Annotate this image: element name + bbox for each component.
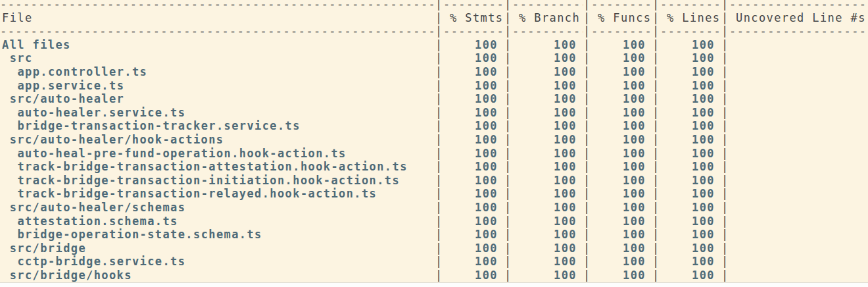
branch-value: 100 xyxy=(512,187,583,201)
table-top-border: ----------------------------------------… xyxy=(0,0,868,11)
funcs-value-cell: |100 xyxy=(583,228,652,242)
column-separator: | xyxy=(504,65,512,79)
branch-value: 100 xyxy=(512,255,583,269)
column-separator: | xyxy=(583,228,591,242)
lines-value-cell: |100 xyxy=(652,242,721,255)
column-separator: | xyxy=(721,65,729,79)
column-separator: | xyxy=(583,106,591,120)
dash-fill: ------------------------ xyxy=(729,0,868,11)
stmts-value-cell: |100 xyxy=(435,228,504,242)
funcs-value-cell: |100 xyxy=(583,38,652,52)
branch-value-cell: |100 xyxy=(504,119,583,133)
branch-value: 100 xyxy=(512,269,583,282)
stmts-value: 100 xyxy=(443,92,504,106)
funcs-value-cell: |100 xyxy=(583,160,652,174)
column-separator: | xyxy=(652,242,660,255)
branch-value-cell: |100 xyxy=(504,38,583,52)
column-separator: | xyxy=(721,24,729,38)
branch-value-cell: |100 xyxy=(504,106,583,120)
stmts-value-cell: |100 xyxy=(435,187,504,201)
terminal-window: ----------------------------------------… xyxy=(0,0,868,287)
column-separator: | xyxy=(504,242,512,255)
column-separator: | xyxy=(652,133,660,147)
uncovered-lines-value xyxy=(729,106,868,120)
column-separator: | xyxy=(721,255,729,269)
lines-value-cell: |100 xyxy=(652,119,721,133)
lines-value-cell: |100 xyxy=(652,201,721,215)
uncovered-lines-cell: | xyxy=(721,147,868,161)
column-separator: | xyxy=(721,51,729,65)
file-name: auto-healer.service.ts xyxy=(17,106,185,119)
column-separator: | xyxy=(583,255,591,269)
lines-value: 100 xyxy=(660,255,721,269)
branch-value-cell: |100 xyxy=(504,133,583,147)
stmts-value: 100 xyxy=(443,201,504,215)
branch-value-cell: |100 xyxy=(504,187,583,201)
column-separator: | xyxy=(721,79,729,93)
uncovered-lines-value xyxy=(729,147,868,161)
table-row: track-bridge-transaction-attestation.hoo… xyxy=(0,160,868,174)
file-name: src/bridge xyxy=(10,242,86,255)
uncovered-lines-value xyxy=(729,51,868,65)
stmts-value-cell: |100 xyxy=(435,133,504,147)
uncovered-lines-cell: | xyxy=(721,242,868,255)
column-separator: | xyxy=(435,106,443,120)
uncovered-lines-cell: | xyxy=(721,65,868,79)
column-separator: | xyxy=(583,215,591,228)
file-cell: cctp-bridge.service.ts xyxy=(0,255,435,269)
file-cell: src/auto-healer xyxy=(0,92,435,106)
dash-fill: ------------ xyxy=(443,0,504,11)
lines-value-cell: |100 xyxy=(652,174,721,188)
branch-value-cell: |100 xyxy=(504,147,583,161)
dash-segment: |------------ xyxy=(652,0,721,11)
branch-value: 100 xyxy=(512,215,583,228)
column-separator: | xyxy=(504,255,512,269)
branch-value: 100 xyxy=(512,242,583,255)
file-name: track-bridge-transaction-initiation.hook… xyxy=(17,174,400,187)
stmts-value-cell: |100 xyxy=(435,269,504,282)
column-separator: | xyxy=(652,92,660,106)
file-cell: app.controller.ts xyxy=(0,65,435,79)
branch-value-cell: |100 xyxy=(504,242,583,255)
funcs-value: 100 xyxy=(591,187,652,201)
branch-value-cell: |100 xyxy=(504,215,583,228)
column-separator: | xyxy=(721,38,729,52)
branch-value-cell: |100 xyxy=(504,65,583,79)
uncovered-lines-value xyxy=(729,160,868,174)
table-row: app.service.ts|100|100|100|100| xyxy=(0,79,868,93)
branch-value: 100 xyxy=(512,51,583,65)
table-row: cctp-bridge.service.ts|100|100|100|100| xyxy=(0,255,868,269)
funcs-value: 100 xyxy=(591,160,652,174)
funcs-value-cell: |100 xyxy=(583,269,652,282)
file-name: src xyxy=(10,51,33,65)
uncovered-lines-value xyxy=(729,201,868,215)
column-separator: | xyxy=(583,0,591,11)
branch-value: 100 xyxy=(512,79,583,93)
uncovered-lines-value xyxy=(729,133,868,147)
branch-value: 100 xyxy=(512,160,583,174)
uncovered-lines-value xyxy=(729,228,868,242)
dash-segment: |------------ xyxy=(435,24,504,38)
table-row: All files|100|100|100|100| xyxy=(0,38,868,52)
funcs-value-cell: |100 xyxy=(583,242,652,255)
window-bottom-edge xyxy=(0,282,868,287)
file-name: bridge-operation-state.schema.ts xyxy=(17,228,262,241)
column-separator: | xyxy=(504,147,512,161)
branch-value-cell: |100 xyxy=(504,160,583,174)
column-separator: | xyxy=(504,215,512,228)
funcs-value-cell: |100 xyxy=(583,65,652,79)
dash-segment: |------------ xyxy=(583,24,652,38)
column-separator: | xyxy=(435,133,443,147)
branch-value-cell: |100 xyxy=(504,201,583,215)
column-separator: | xyxy=(721,92,729,106)
stmts-value-cell: |100 xyxy=(435,51,504,65)
file-cell: track-bridge-transaction-relayed.hook-ac… xyxy=(0,187,435,201)
lines-value: 100 xyxy=(660,92,721,106)
table-row: src/auto-healer/hook-actions|100|100|100… xyxy=(0,133,868,147)
stmts-value-cell: |100 xyxy=(435,242,504,255)
column-separator: | xyxy=(583,11,591,25)
column-separator: | xyxy=(583,65,591,79)
column-separator: | xyxy=(504,92,512,106)
lines-value-cell: |100 xyxy=(652,269,721,282)
file-name: app.service.ts xyxy=(17,79,124,92)
